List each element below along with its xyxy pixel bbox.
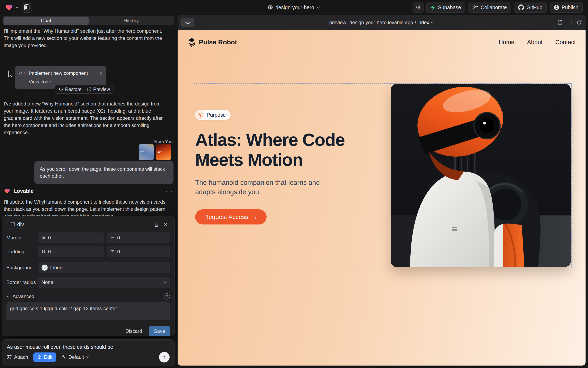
- chevron-down-icon[interactable]: [16, 6, 19, 8]
- globe-icon: [268, 5, 273, 10]
- element-inspector-panel: div Margin 0 0 Padding: [2, 216, 175, 336]
- composer-input[interactable]: As user mouse roll over, these cards sho…: [7, 344, 170, 350]
- refresh-icon: [577, 20, 582, 25]
- tab-chat[interactable]: Chat: [3, 17, 89, 25]
- top-bar: design-your-hero ⚙ Supabase Collaborate …: [0, 0, 588, 15]
- preview-path: / index: [415, 20, 429, 25]
- model-selector[interactable]: Default: [61, 354, 89, 360]
- view-code-link[interactable]: View code: [29, 79, 102, 85]
- hero-subheading: The humanoid companion that learns and a…: [195, 178, 338, 197]
- background-label: Background: [6, 265, 38, 270]
- selected-element-chip[interactable]: div: [6, 220, 28, 229]
- lovable-logo-icon[interactable]: [5, 4, 13, 11]
- mobile-icon: [568, 20, 572, 25]
- pulse-icon: [196, 111, 204, 119]
- element-tag: div: [17, 221, 24, 228]
- chevron-down-icon: [86, 356, 89, 358]
- padding-label: Padding: [6, 249, 38, 255]
- request-access-button[interactable]: Request Access →: [195, 209, 266, 224]
- preview-toolbar: <> preview--design-your-hero.lovable.app…: [178, 15, 586, 30]
- assistant-name: Lovable: [13, 188, 34, 194]
- nav-link-contact[interactable]: Contact: [555, 39, 576, 46]
- refresh-button[interactable]: [577, 20, 582, 25]
- preview-button[interactable]: Preview: [87, 87, 110, 92]
- open-in-new-tab-button[interactable]: [557, 20, 563, 25]
- padding-y-icon: [110, 250, 115, 254]
- sidebar-tabs: Chat History: [3, 16, 174, 25]
- publish-label: Publish: [562, 4, 579, 10]
- from-you-label: From You: [153, 139, 173, 144]
- sliders-icon: [61, 355, 66, 359]
- restore-icon: [59, 87, 63, 92]
- nav-link-home[interactable]: Home: [499, 39, 514, 46]
- sidebar-toggle-button[interactable]: [22, 2, 32, 13]
- preview-url: preview--design-your-hero.lovable.app: [329, 20, 413, 25]
- chevron-down-icon: [431, 22, 434, 24]
- advanced-section-header[interactable]: Advanced ?: [6, 293, 170, 300]
- settings-button[interactable]: ⚙: [413, 2, 424, 13]
- project-name: design-your-hero: [275, 4, 314, 10]
- padding-x-input[interactable]: 0: [38, 246, 104, 257]
- save-button[interactable]: Save: [149, 326, 170, 336]
- collaborate-button[interactable]: Collaborate: [468, 2, 511, 13]
- github-button[interactable]: GitHub: [514, 2, 547, 13]
- collaborate-label: Collaborate: [481, 4, 507, 10]
- background-input[interactable]: Inherit: [38, 262, 170, 273]
- close-icon: [163, 222, 168, 227]
- attachment-thumbnail-orange[interactable]: [156, 144, 171, 160]
- app-window: design-your-hero ⚙ Supabase Collaborate …: [0, 0, 588, 368]
- padding-y-input[interactable]: 0: [107, 246, 170, 257]
- target-icon: [37, 355, 42, 360]
- attach-button[interactable]: Attach: [7, 354, 28, 360]
- border-radius-label: Border radius: [6, 279, 38, 285]
- hero-content: Purpose Atlas: Where Code Meets Motion T…: [195, 83, 392, 224]
- robot-illustration: [391, 84, 571, 267]
- supabase-button[interactable]: Supabase: [426, 2, 465, 13]
- assistant-header: Lovable ···: [4, 188, 173, 194]
- margin-x-input[interactable]: 0: [38, 232, 104, 243]
- publish-button[interactable]: Publish: [550, 2, 583, 13]
- margin-y-icon: [110, 236, 115, 240]
- assistant-message-1: I'll implement the "Why Humanoid" sectio…: [4, 28, 170, 49]
- margin-x-icon: [42, 236, 46, 240]
- margin-y-input[interactable]: 0: [107, 232, 170, 243]
- close-inspector-button[interactable]: [161, 220, 170, 229]
- restore-button[interactable]: Restore: [59, 87, 82, 92]
- arrow-right-icon: →: [251, 213, 257, 221]
- message-hover-actions: Restore Preview: [55, 85, 114, 94]
- preview-page: Pulse Robot Home About Contact Purpose: [178, 30, 586, 366]
- preview-frame: <> preview--design-your-hero.lovable.app…: [178, 15, 586, 366]
- external-link-icon: [87, 87, 91, 92]
- chevron-down-icon: [317, 6, 320, 9]
- margin-label: Margin: [6, 235, 38, 241]
- chevron-down-icon: [6, 295, 10, 298]
- message-menu-button[interactable]: ···: [166, 188, 173, 194]
- gear-icon: ⚙: [415, 4, 421, 11]
- mobile-view-button[interactable]: [568, 20, 572, 25]
- tab-history[interactable]: History: [89, 17, 174, 25]
- github-icon: [518, 4, 524, 10]
- user-message-bubble: As you scroll down the page, these compo…: [34, 161, 173, 184]
- chevron-down-icon: [163, 281, 167, 284]
- send-button[interactable]: ↑: [159, 352, 170, 362]
- help-icon[interactable]: ?: [164, 293, 170, 300]
- assistant-message-2: I've added a new "Why Humanoid" section …: [4, 100, 170, 136]
- attachment-thumbnail-blue[interactable]: [139, 144, 154, 160]
- purpose-badge: Purpose: [195, 110, 231, 120]
- delete-element-button[interactable]: [152, 220, 161, 229]
- discard-button[interactable]: Discard: [124, 328, 143, 334]
- chevron-right-icon: [99, 71, 102, 75]
- project-switcher[interactable]: design-your-hero: [268, 0, 320, 15]
- tailwind-classes-textarea[interactable]: grid grid-cols-1 lg:grid-cols-2 gap-12 i…: [6, 302, 170, 320]
- site-brand[interactable]: Pulse Robot: [187, 37, 237, 47]
- bookmark-icon[interactable]: [7, 70, 13, 78]
- code-view-toggle[interactable]: <>: [181, 18, 194, 27]
- github-label: GitHub: [526, 4, 542, 10]
- nav-link-about[interactable]: About: [527, 39, 543, 46]
- user-plus-icon: [472, 5, 478, 10]
- chat-composer[interactable]: As user mouse roll over, these cards sho…: [2, 339, 175, 366]
- edit-mode-button[interactable]: Edit: [33, 352, 56, 362]
- preview-url-bar[interactable]: preview--design-your-hero.lovable.app / …: [329, 20, 434, 25]
- border-radius-select[interactable]: None: [38, 277, 170, 288]
- padding-x-icon: [42, 249, 46, 254]
